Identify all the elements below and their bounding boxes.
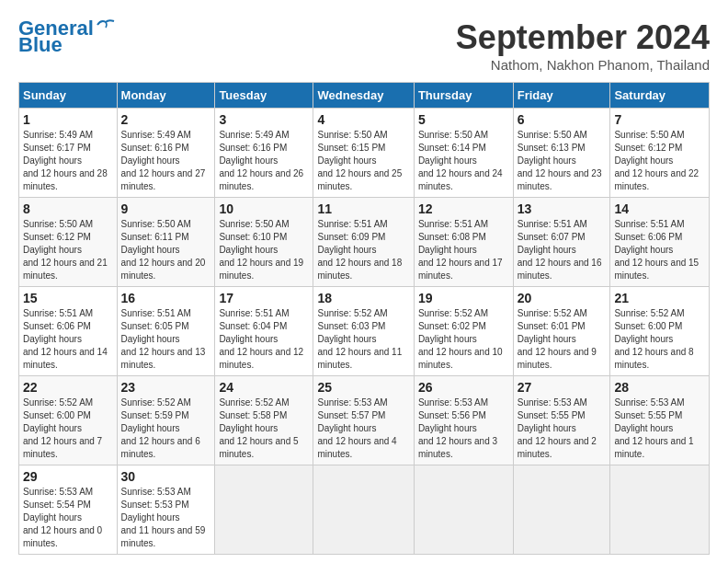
location: Nathom, Nakhon Phanom, Thailand	[456, 57, 710, 73]
table-row: 1 Sunrise: 5:49 AMSunset: 6:17 PMDayligh…	[19, 109, 710, 198]
col-friday: Friday	[513, 83, 610, 109]
day-number: 14	[614, 201, 705, 216]
day-info: Sunrise: 5:53 AMSunset: 5:55 PMDaylight …	[614, 397, 693, 459]
table-cell: 29 Sunrise: 5:53 AMSunset: 5:54 PMDaylig…	[19, 465, 118, 555]
day-info: Sunrise: 5:50 AMSunset: 6:15 PMDaylight …	[317, 130, 402, 191]
day-number: 4	[317, 112, 409, 127]
day-number: 3	[219, 112, 309, 127]
table-cell: 27 Sunrise: 5:53 AMSunset: 5:55 PMDaylig…	[513, 376, 610, 465]
day-info: Sunrise: 5:52 AMSunset: 5:58 PMDaylight …	[219, 397, 298, 459]
table-cell: 3 Sunrise: 5:49 AMSunset: 6:16 PMDayligh…	[215, 109, 313, 198]
day-info: Sunrise: 5:51 AMSunset: 6:04 PMDaylight …	[219, 308, 303, 370]
table-cell: 23 Sunrise: 5:52 AMSunset: 5:59 PMDaylig…	[117, 376, 215, 465]
table-cell: 18 Sunrise: 5:52 AMSunset: 6:03 PMDaylig…	[313, 287, 414, 376]
table-cell	[610, 465, 710, 555]
table-cell: 9 Sunrise: 5:50 AMSunset: 6:11 PMDayligh…	[117, 198, 215, 287]
day-number: 16	[121, 291, 211, 305]
table-cell: 10 Sunrise: 5:50 AMSunset: 6:10 PMDaylig…	[215, 198, 313, 287]
day-info: Sunrise: 5:49 AMSunset: 6:16 PMDaylight …	[121, 130, 206, 191]
table-cell: 14 Sunrise: 5:51 AMSunset: 6:06 PMDaylig…	[610, 198, 710, 287]
day-info: Sunrise: 5:49 AMSunset: 6:17 PMDaylight …	[23, 130, 108, 191]
table-cell: 24 Sunrise: 5:52 AMSunset: 5:58 PMDaylig…	[215, 376, 313, 465]
day-info: Sunrise: 5:53 AMSunset: 5:56 PMDaylight …	[418, 397, 497, 459]
day-info: Sunrise: 5:51 AMSunset: 6:09 PMDaylight …	[317, 219, 402, 281]
table-cell: 11 Sunrise: 5:51 AMSunset: 6:09 PMDaylig…	[313, 198, 414, 287]
table-cell: 7 Sunrise: 5:50 AMSunset: 6:12 PMDayligh…	[610, 109, 710, 198]
day-info: Sunrise: 5:50 AMSunset: 6:13 PMDaylight …	[518, 130, 602, 191]
table-cell: 16 Sunrise: 5:51 AMSunset: 6:05 PMDaylig…	[117, 287, 215, 376]
day-number: 20	[518, 291, 607, 305]
day-info: Sunrise: 5:52 AMSunset: 5:59 PMDaylight …	[121, 397, 200, 459]
day-number: 10	[219, 201, 309, 216]
day-info: Sunrise: 5:53 AMSunset: 5:54 PMDaylight …	[23, 487, 102, 548]
day-number: 18	[317, 291, 409, 305]
day-info: Sunrise: 5:51 AMSunset: 6:07 PMDaylight …	[518, 219, 602, 281]
day-number: 24	[219, 380, 309, 395]
table-cell: 21 Sunrise: 5:52 AMSunset: 6:00 PMDaylig…	[610, 287, 710, 376]
day-info: Sunrise: 5:52 AMSunset: 6:00 PMDaylight …	[23, 397, 102, 459]
day-number: 28	[614, 380, 705, 395]
col-sunday: Sunday	[19, 83, 118, 109]
col-saturday: Saturday	[610, 83, 710, 109]
day-number: 1	[23, 112, 113, 127]
day-info: Sunrise: 5:52 AMSunset: 6:00 PMDaylight …	[614, 308, 693, 370]
table-cell	[215, 465, 313, 555]
table-cell: 5 Sunrise: 5:50 AMSunset: 6:14 PMDayligh…	[414, 109, 513, 198]
day-number: 9	[121, 201, 211, 216]
table-row: 15 Sunrise: 5:51 AMSunset: 6:06 PMDaylig…	[19, 287, 710, 376]
day-number: 17	[219, 291, 309, 305]
table-cell: 15 Sunrise: 5:51 AMSunset: 6:06 PMDaylig…	[19, 287, 118, 376]
day-info: Sunrise: 5:52 AMSunset: 6:03 PMDaylight …	[317, 308, 402, 370]
day-info: Sunrise: 5:50 AMSunset: 6:10 PMDaylight …	[219, 219, 303, 281]
table-cell: 4 Sunrise: 5:50 AMSunset: 6:15 PMDayligh…	[313, 109, 414, 198]
weekday-header-row: Sunday Monday Tuesday Wednesday Thursday…	[19, 83, 710, 109]
table-cell: 30 Sunrise: 5:53 AMSunset: 5:53 PMDaylig…	[117, 465, 215, 555]
day-info: Sunrise: 5:52 AMSunset: 6:01 PMDaylight …	[518, 308, 597, 370]
col-wednesday: Wednesday	[313, 83, 414, 109]
day-info: Sunrise: 5:50 AMSunset: 6:12 PMDaylight …	[614, 130, 699, 191]
table-cell: 26 Sunrise: 5:53 AMSunset: 5:56 PMDaylig…	[414, 376, 513, 465]
day-number: 7	[614, 112, 705, 127]
day-info: Sunrise: 5:50 AMSunset: 6:12 PMDaylight …	[23, 219, 108, 281]
day-number: 8	[23, 201, 113, 216]
day-number: 2	[121, 112, 211, 127]
table-cell	[513, 465, 610, 555]
day-info: Sunrise: 5:51 AMSunset: 6:08 PMDaylight …	[418, 219, 503, 281]
table-cell	[414, 465, 513, 555]
day-number: 11	[317, 201, 409, 216]
day-info: Sunrise: 5:52 AMSunset: 6:02 PMDaylight …	[418, 308, 503, 370]
table-row: 22 Sunrise: 5:52 AMSunset: 6:00 PMDaylig…	[19, 376, 710, 465]
page-header: General Blue September 2024 Nathom, Nakh…	[18, 18, 710, 73]
bird-icon	[96, 17, 116, 32]
day-number: 13	[518, 201, 607, 216]
day-number: 19	[418, 291, 509, 305]
day-info: Sunrise: 5:53 AMSunset: 5:55 PMDaylight …	[518, 397, 597, 459]
day-info: Sunrise: 5:50 AMSunset: 6:14 PMDaylight …	[418, 130, 503, 191]
col-monday: Monday	[117, 83, 215, 109]
table-cell: 19 Sunrise: 5:52 AMSunset: 6:02 PMDaylig…	[414, 287, 513, 376]
table-cell: 28 Sunrise: 5:53 AMSunset: 5:55 PMDaylig…	[610, 376, 710, 465]
day-number: 26	[418, 380, 509, 395]
table-cell: 1 Sunrise: 5:49 AMSunset: 6:17 PMDayligh…	[19, 109, 118, 198]
day-info: Sunrise: 5:50 AMSunset: 6:11 PMDaylight …	[121, 219, 206, 281]
day-number: 12	[418, 201, 509, 216]
table-cell: 22 Sunrise: 5:52 AMSunset: 6:00 PMDaylig…	[19, 376, 118, 465]
table-row: 29 Sunrise: 5:53 AMSunset: 5:54 PMDaylig…	[19, 465, 710, 555]
day-number: 5	[418, 112, 509, 127]
day-number: 21	[614, 291, 705, 305]
col-tuesday: Tuesday	[215, 83, 313, 109]
table-cell: 25 Sunrise: 5:53 AMSunset: 5:57 PMDaylig…	[313, 376, 414, 465]
logo-subtext: Blue	[18, 35, 63, 55]
day-number: 6	[518, 112, 607, 127]
table-cell	[313, 465, 414, 555]
day-info: Sunrise: 5:51 AMSunset: 6:06 PMDaylight …	[23, 308, 108, 370]
day-info: Sunrise: 5:53 AMSunset: 5:53 PMDaylight …	[121, 487, 206, 548]
table-row: 8 Sunrise: 5:50 AMSunset: 6:12 PMDayligh…	[19, 198, 710, 287]
month-title: September 2024	[456, 18, 710, 57]
day-info: Sunrise: 5:49 AMSunset: 6:16 PMDaylight …	[219, 130, 303, 191]
day-info: Sunrise: 5:51 AMSunset: 6:06 PMDaylight …	[614, 219, 699, 281]
day-info: Sunrise: 5:53 AMSunset: 5:57 PMDaylight …	[317, 397, 396, 459]
table-cell: 17 Sunrise: 5:51 AMSunset: 6:04 PMDaylig…	[215, 287, 313, 376]
logo: General Blue	[18, 18, 116, 55]
day-number: 15	[23, 291, 113, 305]
